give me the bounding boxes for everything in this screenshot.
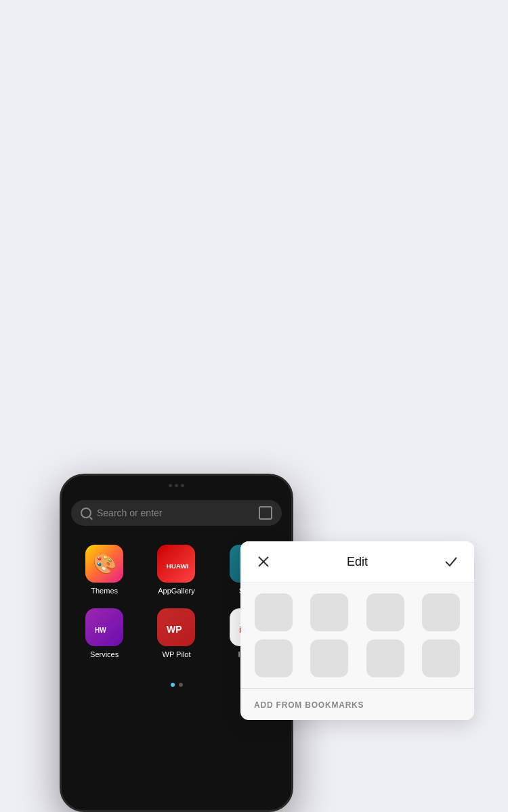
edit-slot-6[interactable] — [310, 639, 348, 677]
svg-text:HUAWEI: HUAWEI — [167, 562, 188, 570]
edit-slot-3[interactable] — [366, 593, 404, 631]
edit-slot-7[interactable] — [366, 639, 404, 677]
notch-dot-2 — [175, 484, 178, 487]
svg-text:WP: WP — [167, 624, 182, 635]
search-icon — [81, 508, 91, 518]
wppilot-icon: WP — [164, 615, 188, 639]
app-item-services[interactable]: HW Services — [68, 602, 140, 665]
svg-text:HW: HW — [95, 627, 106, 634]
app-label-wppilot: WP Pilot — [163, 650, 191, 658]
app-icon-themes — [85, 545, 123, 583]
app-label-themes: Themes — [91, 587, 118, 595]
scan-icon — [259, 506, 272, 520]
edit-title: Edit — [347, 555, 368, 569]
app-item-appgallery[interactable]: HUAWEI AppGallery — [140, 538, 212, 602]
huawei-logo-icon: HUAWEI — [164, 551, 188, 576]
page-dot-1 — [171, 683, 175, 687]
edit-slot-4[interactable] — [422, 593, 460, 631]
phone-top-bar — [62, 476, 291, 495]
app-icon-services: HW — [85, 608, 123, 646]
edit-slot-5[interactable] — [255, 639, 293, 677]
app-item-themes[interactable]: Themes — [68, 538, 140, 602]
app-icon-wppilot: WP — [157, 608, 195, 646]
app-icon-appgallery: HUAWEI — [157, 545, 195, 583]
notch-dot-1 — [169, 484, 172, 487]
app-label-services: Services — [90, 650, 119, 658]
edit-slot-1[interactable] — [255, 593, 293, 631]
notch-dot-3 — [181, 484, 184, 487]
app-item-wppilot[interactable]: WP WP Pilot — [140, 602, 212, 665]
edit-slot-2[interactable] — [310, 593, 348, 631]
edit-slot-8[interactable] — [422, 639, 460, 677]
services-huawei-icon: HW — [92, 615, 117, 639]
edit-header: Edit — [240, 541, 474, 583]
app-label-appgallery: AppGallery — [158, 587, 194, 595]
edit-slots-grid — [240, 583, 474, 688]
page-dot-2 — [179, 683, 183, 687]
confirm-icon[interactable] — [442, 552, 461, 571]
notch-area — [169, 484, 184, 487]
add-bookmarks-label: ADD FROM BOOKMARKS — [254, 700, 364, 710]
edit-panel: Edit ADD FROM BOOKMARKS — [240, 541, 474, 720]
search-placeholder: Search or enter — [97, 508, 253, 518]
search-bar[interactable]: Search or enter — [71, 500, 282, 526]
close-icon[interactable] — [254, 552, 273, 571]
add-bookmarks-section[interactable]: ADD FROM BOOKMARKS — [240, 688, 474, 720]
